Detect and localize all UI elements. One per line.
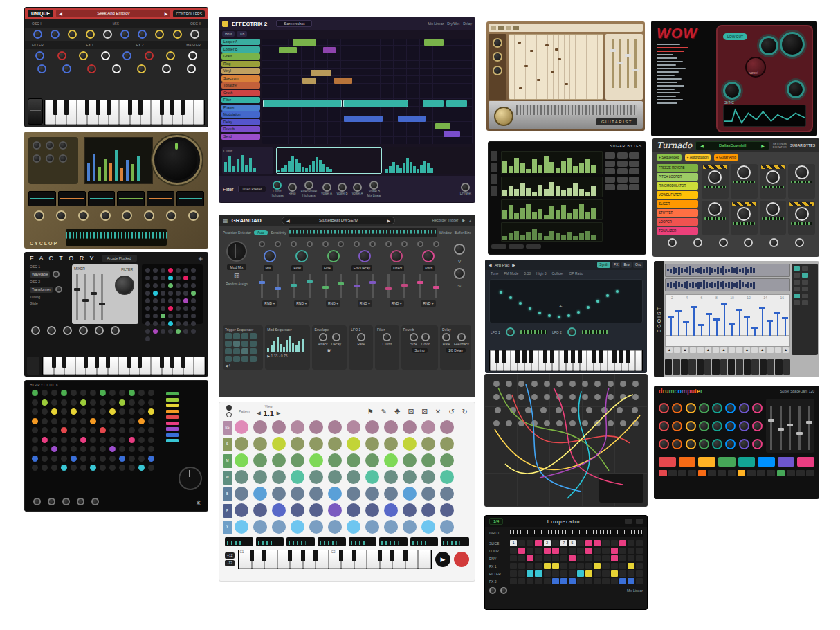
sample-waveform-2[interactable] [665, 278, 790, 291]
velocity-lane[interactable] [501, 177, 603, 197]
osc1-type-select[interactable]: Wavetable [30, 271, 50, 278]
dice-icon[interactable]: ⚄ [234, 273, 239, 280]
delay-rate-knob[interactable] [442, 333, 450, 341]
mod-wheel[interactable] [27, 357, 39, 375]
decay-knob[interactable] [332, 333, 340, 341]
next-icon[interactable]: ▶ [165, 11, 168, 16]
slice-row[interactable] [665, 359, 790, 375]
filter-cutoff-knob[interactable] [115, 276, 134, 295]
graindad-main-knobs[interactable] [254, 250, 444, 262]
next-icon[interactable]: ▶ [277, 411, 280, 416]
fx-knob-6[interactable] [731, 201, 758, 235]
factory-macro-knobs[interactable] [24, 324, 208, 337]
graindad-sliders[interactable] [254, 274, 444, 298]
wobble-knob[interactable] [154, 137, 200, 183]
fx-knob-4[interactable] [788, 164, 815, 199]
delay-time-pill[interactable]: 1/8 Delay [446, 348, 466, 353]
input-gain-knob[interactable] [489, 587, 496, 594]
pitch-wheel[interactable] [28, 98, 43, 125]
cutoff-bars[interactable] [223, 153, 272, 172]
dictator-link[interactable]: DICTATOR [773, 145, 787, 149]
lfo2-knob[interactable] [567, 327, 576, 336]
pattern-thumbnails[interactable] [219, 534, 475, 549]
trigger-numpad[interactable] [225, 333, 259, 362]
unique-knob-row-3[interactable] [25, 62, 208, 75]
reverb-size-knob[interactable] [410, 333, 418, 341]
view-selector[interactable]: View ◀1.1▶ [257, 405, 280, 417]
auto-button[interactable]: Auto [254, 230, 268, 235]
aparillo-keyboard[interactable] [489, 350, 643, 371]
fx-knob-5[interactable] [702, 201, 729, 235]
filter-row[interactable] [510, 570, 643, 577]
vowel-b2-knob[interactable]: Vowel BMix Linear [367, 181, 381, 198]
fx-knob-2[interactable] [731, 164, 758, 199]
track-tabs[interactable]: NSSMWBPX [223, 420, 235, 534]
turnado-master-knobs[interactable] [652, 236, 819, 249]
turnado-fx-chips[interactable]: + Sequenced+ Autorotation+ Guitar Amp [652, 152, 819, 163]
mix-mode-label[interactable]: Mix Linear [428, 21, 444, 26]
fx-knob-1[interactable] [702, 164, 729, 199]
orbiter-display[interactable]: + [489, 279, 643, 323]
fx2-row[interactable] [510, 578, 643, 584]
volume-knob[interactable] [787, 80, 805, 98]
prev-icon[interactable]: ◀ [489, 262, 492, 267]
hippyclock-knobs[interactable] [33, 498, 99, 505]
reverb-type-pill[interactable]: Spring [412, 348, 427, 353]
aparillo-tabs[interactable]: SynthFXEnvOsc [597, 262, 643, 268]
osc2-type-select[interactable]: Transformer [30, 287, 53, 293]
loop-length-display[interactable]: 1/4 [489, 518, 503, 525]
cyclop-mod-knobs[interactable] [28, 137, 78, 184]
mixer-sliders[interactable] [76, 274, 103, 320]
graindad-small-knobs[interactable] [254, 241, 444, 247]
filter-vowel-knob[interactable]: Filter/VowelHighpass [301, 181, 317, 198]
sequencer-side-buttons[interactable] [491, 151, 499, 242]
pattern-pad-buttons[interactable] [605, 151, 643, 242]
fx-knob-7[interactable] [760, 201, 787, 235]
drumcomputer-preset[interactable]: Super Space Jam 120 [780, 389, 814, 393]
fx-knob-8[interactable] [788, 201, 815, 235]
paper-roll-display[interactable] [509, 34, 603, 100]
track-legend[interactable] [166, 392, 179, 442]
sample-waveform-1[interactable] [665, 264, 790, 277]
fx1-row[interactable] [510, 563, 643, 569]
fx-knob-3[interactable] [760, 164, 787, 199]
guitarist-sliders[interactable] [605, 34, 643, 100]
pitch-lane[interactable] [501, 151, 603, 174]
accent-row[interactable]: ▲▲▲▲▲▲▲ [665, 347, 790, 354]
sequencer-footer[interactable] [489, 243, 646, 250]
lfo2-step-strip[interactable] [582, 330, 608, 334]
drum-pads[interactable] [654, 455, 819, 469]
wow-preset-list[interactable] [657, 44, 706, 104]
prev-icon[interactable]: ◀ [59, 11, 62, 16]
output-gain-knob[interactable] [500, 587, 507, 594]
host-sync-button[interactable]: Host [222, 31, 235, 37]
mod-mix-button[interactable]: Mod Mix [227, 264, 247, 270]
octave-buttons[interactable]: +12-12 [225, 552, 235, 566]
mod-matrix-pad[interactable] [142, 264, 203, 324]
play-button[interactable]: ▶ [435, 552, 450, 567]
vowel-b-knob[interactable]: Vowel B [336, 183, 347, 196]
gate-lane[interactable] [501, 199, 603, 220]
env-row[interactable] [510, 555, 643, 561]
record-button[interactable] [454, 552, 469, 567]
turnado-preset-display[interactable]: ◀DallasDownhill▶ [695, 141, 769, 150]
tone-knob[interactable] [454, 268, 465, 279]
edit-tool-icons[interactable]: ⚑✎✥⚄⚄✕↺↻ [287, 408, 468, 415]
patch-cables[interactable] [484, 374, 648, 507]
envelope-display[interactable] [276, 147, 382, 174]
mix-mode-label[interactable]: Mix Linear [627, 588, 643, 593]
graindad-mode-pills[interactable]: MixFlowFineEnv DecayDirectPitch [254, 265, 444, 271]
next-icon[interactable]: ▶ [512, 262, 515, 267]
mod-lane[interactable] [501, 222, 603, 242]
attack-knob[interactable] [319, 333, 327, 341]
step-grid[interactable] [262, 39, 473, 144]
drive-knob[interactable] [723, 82, 741, 100]
pattern-keyboard[interactable]: C1 C2 [238, 550, 432, 569]
step-row[interactable] [654, 469, 819, 478]
mod-sequencer-bars[interactable] [267, 333, 308, 352]
volume-knob[interactable] [454, 244, 465, 255]
prev-icon[interactable]: ◀ [225, 363, 228, 368]
used-preset-dropdown[interactable]: Used Preset [238, 186, 267, 192]
unique-knob-row-2[interactable] [25, 49, 208, 62]
brass-knob[interactable] [494, 107, 513, 126]
